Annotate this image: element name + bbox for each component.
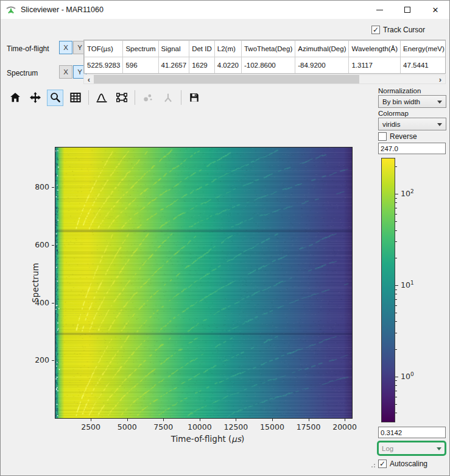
colorbar-minor-tick	[395, 258, 397, 258]
cell-wavelength: 1.3117	[349, 57, 401, 74]
y-tick	[52, 360, 54, 361]
heatmap-plot[interactable]	[55, 147, 353, 419]
save-icon	[189, 92, 200, 103]
x-tick-label: 15000	[260, 422, 284, 432]
colormap-value: viridis	[382, 121, 400, 128]
nonorthogonal-axes-icon	[163, 92, 174, 103]
scrollbar-track[interactable]	[94, 75, 435, 83]
x-tick-label: 7500	[153, 422, 173, 432]
zoom-icon	[50, 92, 61, 103]
x-axis-label: Time-of-flight (µs)	[128, 434, 287, 444]
scale-value: Log	[382, 445, 393, 452]
min-value-input[interactable]	[378, 427, 446, 438]
colorbar-major-tick	[395, 285, 398, 286]
maximize-icon	[404, 7, 410, 13]
heatmap-canvas[interactable]	[55, 147, 352, 418]
y-tick	[52, 303, 54, 304]
reverse-checkbox[interactable]: Reverse	[378, 132, 417, 141]
colorbar-minor-tick	[395, 391, 397, 391]
colorbar-minor-tick	[395, 241, 397, 242]
cell-spectrum: 596	[123, 57, 158, 74]
colorbar-minor-tick	[395, 380, 397, 381]
sliceviewer-window: Sliceviewer - MAR11060 ✕ ✓ Track Cursor …	[0, 0, 450, 476]
colorbar-minor-tick	[395, 294, 397, 294]
colorbar-minor-tick	[395, 404, 397, 405]
line-plots-icon	[96, 92, 107, 103]
colorbar-minor-tick	[395, 208, 397, 208]
minimize-button[interactable]	[365, 1, 393, 19]
col-header-detid: Det ID	[189, 41, 215, 57]
scroll-left-icon[interactable]: ‹	[84, 75, 94, 83]
cell-detid: 1629	[189, 57, 215, 74]
cell-tof: 5225.9283	[85, 57, 123, 74]
y-tick-label: 800	[29, 182, 49, 191]
x-tick	[236, 419, 236, 421]
colorbar[interactable]	[381, 158, 395, 422]
x-tick	[309, 419, 309, 421]
y-tick-label: 600	[29, 240, 49, 249]
scrollbar-thumb[interactable]	[94, 75, 359, 83]
spectrum-x-button[interactable]: X	[59, 65, 72, 79]
max-value-input[interactable]	[378, 143, 446, 154]
x-tick-label: 10000	[188, 422, 212, 432]
pan-button[interactable]	[27, 90, 43, 106]
cell-energy: 47.5441	[401, 57, 446, 74]
colorbar-minor-tick	[395, 202, 397, 203]
col-header-twotheta: TwoTheta(Deg)	[241, 41, 295, 57]
grid-button[interactable]	[67, 90, 83, 106]
save-button[interactable]	[186, 90, 202, 106]
x-tick-label: 20000	[332, 422, 357, 432]
colorbar-minor-tick	[395, 321, 397, 322]
x-tick	[345, 419, 345, 421]
colorbar-tick-label: 101	[401, 280, 414, 290]
scale-select[interactable]: Log	[377, 441, 446, 456]
overlay-peaks-button	[139, 90, 156, 106]
colorbar-minor-tick	[395, 214, 397, 215]
zoom-button[interactable]	[47, 90, 63, 106]
maximize-button[interactable]	[393, 1, 421, 19]
y-tick-label: 400	[29, 298, 49, 307]
pan-icon	[30, 92, 41, 103]
col-header-energy: Energy(meV)	[401, 41, 446, 57]
colorbar-minor-tick	[395, 166, 397, 167]
cell-l2: 4.0220	[214, 57, 241, 74]
home-button[interactable]	[7, 90, 23, 106]
reverse-checkmark	[378, 132, 387, 141]
y-axis-label: Spectrum	[30, 263, 40, 302]
colorbar-minor-tick	[395, 333, 397, 333]
table-header-row: TOF(µs) Spectrum Signal Det ID L2(m) Two…	[85, 41, 446, 57]
colorbar-tick-label: 100	[401, 371, 414, 381]
spectrum-dim-label: Spectrum	[7, 69, 38, 77]
cell-signal: 41.2657	[158, 57, 189, 74]
colorbar-minor-tick	[395, 198, 397, 199]
x-tick	[91, 419, 91, 421]
col-header-azimuthal: Azimuthal(Deg)	[295, 41, 349, 57]
close-button[interactable]: ✕	[421, 1, 449, 19]
table-horizontal-scrollbar[interactable]: ‹ ›	[83, 74, 446, 84]
region-selection-button[interactable]	[113, 90, 130, 106]
col-header-spectrum: Spectrum	[123, 41, 158, 57]
line-plots-button[interactable]	[93, 90, 110, 106]
normalization-select[interactable]: By bin width	[378, 95, 446, 108]
overlay-peaks-icon	[142, 92, 153, 103]
resize-grip[interactable]	[370, 463, 375, 467]
colorbar-minor-tick	[395, 413, 397, 413]
reverse-label: Reverse	[390, 132, 417, 141]
tof-x-button[interactable]: X	[59, 41, 72, 54]
autoscaling-checkbox[interactable]: ✓ Autoscaling	[378, 460, 427, 468]
colorbar-minor-tick	[395, 290, 397, 290]
toolbar-separator	[181, 90, 181, 105]
colormap-select[interactable]: viridis	[378, 118, 446, 130]
track-cursor-checkbox[interactable]: ✓ Track Cursor	[371, 26, 425, 34]
colorbar-minor-tick	[395, 230, 397, 231]
grid-icon	[70, 92, 81, 103]
mantid-app-icon	[6, 5, 16, 15]
scroll-right-icon[interactable]: ›	[435, 75, 445, 83]
cursor-info-table: TOF(µs) Spectrum Signal Det ID L2(m) Two…	[83, 40, 446, 74]
colorbar-minor-tick	[395, 397, 397, 397]
colorbar-tick-label: 102	[401, 188, 414, 198]
x-tick-label: 2500	[81, 422, 100, 432]
x-tick	[163, 419, 164, 421]
autoscaling-checkmark: ✓	[378, 460, 387, 468]
toolbar-separator	[88, 90, 89, 105]
